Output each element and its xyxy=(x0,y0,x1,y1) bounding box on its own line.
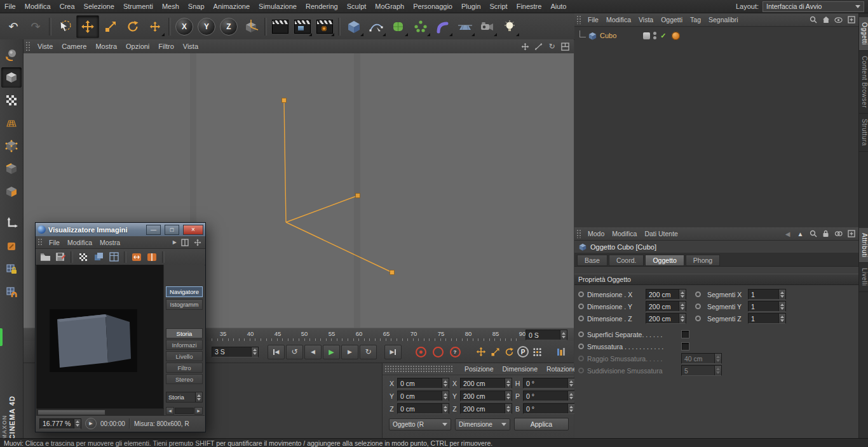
horizontal-scrollbar[interactable] xyxy=(36,408,164,415)
stepper[interactable] xyxy=(442,391,449,401)
menu-snap[interactable]: Snap xyxy=(184,0,209,13)
stepper[interactable] xyxy=(442,378,449,388)
layer-chip[interactable] xyxy=(643,32,650,39)
split-panes-icon[interactable] xyxy=(180,237,189,247)
menu-mograph[interactable]: MoGraph xyxy=(370,0,409,13)
light-button[interactable] xyxy=(499,16,520,37)
sync-icon[interactable] xyxy=(834,229,843,239)
size-x-field[interactable]: 200 cm xyxy=(460,378,512,389)
tab-content-browser[interactable]: Content Browser xyxy=(859,51,868,114)
om-menu-vista[interactable]: Vista xyxy=(635,16,657,23)
histogram-button[interactable]: Istogramm xyxy=(166,299,203,310)
menu-strumenti[interactable]: Strumenti xyxy=(119,0,158,13)
om-menu-tag[interactable]: Tag xyxy=(686,16,705,23)
tab-informazioni[interactable]: Informazi xyxy=(166,340,203,350)
dock-icon[interactable] xyxy=(193,237,202,247)
minimize-button[interactable]: — xyxy=(146,225,161,235)
search-icon[interactable] xyxy=(808,229,818,239)
save-button[interactable] xyxy=(54,251,67,264)
menu-sculpt[interactable]: Sculpt xyxy=(342,0,371,13)
edges-mode-button[interactable] xyxy=(1,159,22,179)
rot-p-field[interactable]: 0 ° xyxy=(523,390,575,401)
rot-b-field[interactable]: 0 ° xyxy=(523,403,575,414)
rotate-view-icon[interactable]: ↻ xyxy=(547,42,557,51)
lock-z-axis-button[interactable]: Z xyxy=(218,16,240,37)
coord-mode-dropdown[interactable]: Oggetto (R xyxy=(389,418,451,430)
tab-struttura[interactable]: Struttura xyxy=(859,114,868,152)
eye-icon[interactable] xyxy=(834,15,843,25)
menu-mesh[interactable]: Mesh xyxy=(158,0,184,13)
stepper[interactable] xyxy=(679,302,686,311)
stepper[interactable] xyxy=(679,290,686,299)
stepper[interactable] xyxy=(505,378,512,388)
stepper[interactable] xyxy=(778,314,785,323)
layout-dropdown[interactable]: Interfaccia di Avvio xyxy=(763,1,864,12)
segments-y-field[interactable]: 1 xyxy=(748,301,786,312)
stepper[interactable] xyxy=(251,347,258,357)
scrollbar-thumb[interactable] xyxy=(37,410,105,415)
size-z-field[interactable]: 200 cm xyxy=(460,403,512,414)
object-row-cubo[interactable]: Cubo ✓ xyxy=(574,30,859,41)
snap-lock-button[interactable] xyxy=(1,259,22,279)
keying-settings-button[interactable] xyxy=(531,345,543,358)
search-icon[interactable] xyxy=(808,15,818,25)
tab-filtro[interactable]: Filtro xyxy=(166,363,203,373)
tab-coord[interactable]: Coord. xyxy=(609,255,644,266)
points-mode-button[interactable] xyxy=(1,136,22,156)
stepper[interactable] xyxy=(679,314,686,323)
range-end-field[interactable]: 0 S xyxy=(526,330,567,340)
panel-grip[interactable] xyxy=(384,365,454,373)
stepper[interactable] xyxy=(505,404,512,413)
enable-axis-button[interactable] xyxy=(1,213,22,234)
channels-button[interactable] xyxy=(77,251,90,264)
lock-y-axis-button[interactable]: Y xyxy=(196,16,217,37)
next-key-button[interactable]: ↻ xyxy=(360,345,377,359)
menu-script[interactable]: Script xyxy=(485,0,512,13)
scale-tool-button[interactable] xyxy=(100,16,121,37)
om-menu-modifica[interactable]: Modifica xyxy=(602,16,635,23)
keyframe-selection-button[interactable]: ? xyxy=(447,345,463,359)
vp-menu-vista[interactable]: Vista xyxy=(179,39,203,53)
size-x-field[interactable]: 200 cm xyxy=(646,289,686,300)
anim-dot-icon[interactable] xyxy=(578,331,584,337)
maximize-button[interactable]: □ xyxy=(165,225,179,235)
render-settings-button[interactable] xyxy=(314,16,336,37)
play-render-button[interactable]: ▶ xyxy=(85,418,97,429)
stepper[interactable] xyxy=(567,404,574,413)
stepper[interactable] xyxy=(505,391,512,401)
array-button[interactable] xyxy=(410,16,431,37)
coordinate-system-button[interactable] xyxy=(240,16,262,37)
timeline-layers-button[interactable] xyxy=(555,345,567,358)
tab-livelli[interactable]: Livelli xyxy=(859,263,868,292)
size-y-field[interactable]: 200 cm xyxy=(460,390,512,401)
vp-menu-camere[interactable]: Camere xyxy=(57,39,91,53)
tab-oggetti[interactable]: Oggetti xyxy=(859,17,868,51)
menu-modifica[interactable]: Modifica xyxy=(20,0,55,13)
close-button[interactable]: × xyxy=(183,225,203,235)
zoom-field[interactable]: 16.777 % xyxy=(39,418,81,429)
current-frame-field[interactable]: 3 S xyxy=(212,347,259,357)
am-menu-modifica[interactable]: Modifica xyxy=(608,230,641,237)
scroll-right-icon[interactable]: ▶ xyxy=(194,407,203,415)
tab-oggetto[interactable]: Oggetto xyxy=(645,255,684,266)
window-titlebar[interactable]: Visualizzatore Immagini — □ × xyxy=(36,223,205,236)
play-button[interactable]: ▶ xyxy=(323,345,340,359)
tab-stereo[interactable]: Stereo xyxy=(166,374,203,384)
texture-mode-button[interactable] xyxy=(1,90,22,110)
menu-finestre[interactable]: Finestre xyxy=(512,0,546,13)
key-rotation-button[interactable] xyxy=(503,345,515,358)
render-view-button[interactable] xyxy=(269,16,291,37)
rotate-tool-button[interactable] xyxy=(122,16,144,37)
menu-selezione[interactable]: Selezione xyxy=(79,0,119,13)
panel-grip[interactable] xyxy=(576,229,582,238)
vp-menu-filtro[interactable]: Filtro xyxy=(154,39,178,53)
menu-aiuto[interactable]: Aiuto xyxy=(546,0,571,13)
segments-z-field[interactable]: 1 xyxy=(748,313,786,324)
lock-x-axis-button[interactable]: X xyxy=(173,16,195,37)
last-tool-button[interactable] xyxy=(144,16,166,37)
anim-dot-icon[interactable] xyxy=(578,344,584,349)
menu-simulazione[interactable]: Simulazione xyxy=(254,0,301,13)
pos-y-field[interactable]: 0 cm xyxy=(397,390,449,401)
pan-view-icon[interactable] xyxy=(520,42,530,51)
tab-storia[interactable]: Storia xyxy=(166,328,203,338)
